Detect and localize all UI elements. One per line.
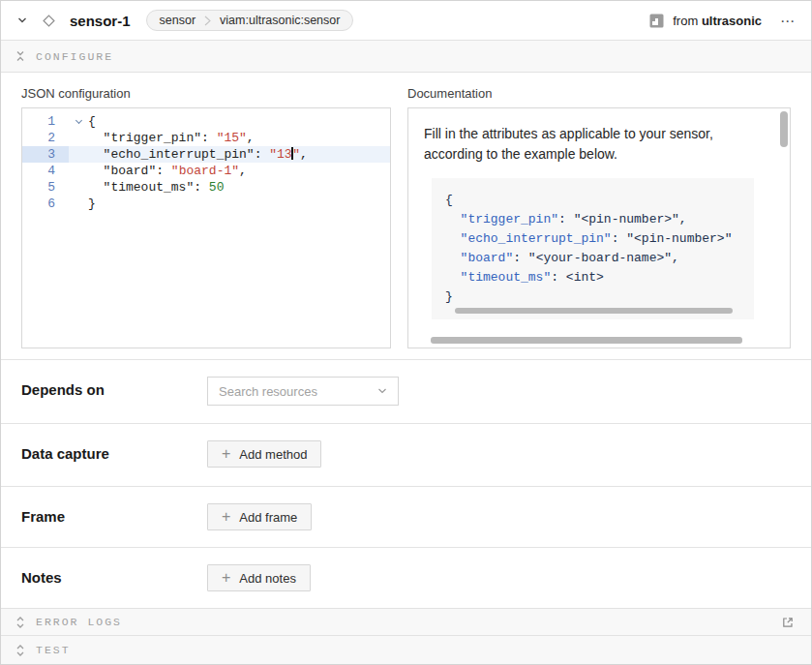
code-text: { (445, 191, 754, 210)
frame-row: Frame + Add frame (1, 486, 811, 547)
line-number: 2 (22, 130, 69, 146)
depends-on-select[interactable]: Search resources (207, 377, 399, 406)
add-method-button-label: Add method (239, 447, 307, 462)
documentation-label: Documentation (407, 86, 791, 101)
documentation-panel: Fill in the attributes as applicable to … (407, 107, 791, 348)
badge-type-label: sensor (160, 14, 196, 27)
from-module-label: from ultrasonic (673, 14, 762, 28)
doc-code-line: { (445, 191, 754, 210)
documentation-code-block: { "trigger_pin": "<pin-number>", "echo_i… (432, 178, 754, 319)
doc-code-line: "board": "<your-board-name>", (445, 249, 754, 268)
chevron-down-icon (377, 387, 387, 395)
json-editor[interactable]: 1{2 "trigger_pin": "15",3 "echo_interrup… (21, 107, 391, 348)
fold-gutter[interactable] (69, 113, 88, 130)
header-right: from ultrasonic ⋯ (649, 12, 797, 30)
chevron-down-icon (16, 15, 28, 26)
component-name: sensor-1 (70, 13, 131, 29)
test-section-bar[interactable]: TEST (1, 635, 811, 664)
code-text: "board": "<your-board-name>", (445, 249, 754, 268)
notes-row: Notes + Add notes (1, 547, 811, 608)
more-menu-button[interactable]: ⋯ (778, 12, 797, 30)
code-line[interactable]: 1{ (22, 113, 390, 130)
badge-model-label: viam:ultrasonic:sensor (220, 14, 340, 27)
error-logs-section-bar[interactable]: ERROR LOGS (1, 608, 811, 635)
plus-icon: + (222, 446, 230, 462)
line-number: 3 (22, 146, 69, 163)
json-config-column: JSON configuration 1{2 "trigger_pin": "1… (21, 86, 391, 359)
data-capture-row: Data capture + Add method (1, 423, 811, 486)
depends-on-label: Depends on (21, 377, 207, 398)
line-number: 6 (22, 196, 69, 212)
add-frame-button-label: Add frame (239, 510, 297, 525)
code-text: "timeout_ms": 50 (88, 179, 390, 196)
chevron-right-icon (204, 15, 211, 26)
line-number: 5 (22, 179, 69, 196)
doc-code-line: "timeout_ms": <int> (445, 268, 754, 287)
documentation-horizontal-scrollbar[interactable] (431, 337, 742, 344)
component-type-badge: sensor viam:ultrasonic:sensor (146, 10, 354, 31)
configure-label: CONFIGURE (36, 50, 113, 63)
code-text: "echo_interrupt_pin": "<pin-number>" (445, 229, 754, 249)
configure-body: JSON configuration 1{2 "trigger_pin": "1… (1, 73, 811, 359)
json-config-label: JSON configuration (21, 86, 391, 101)
code-block-horizontal-scrollbar[interactable] (455, 308, 733, 314)
sensor-diamond-icon (40, 12, 58, 30)
external-link-icon (781, 616, 795, 629)
add-frame-button[interactable]: + Add frame (207, 503, 312, 530)
code-line[interactable]: 6} (22, 196, 390, 212)
plus-icon: + (222, 570, 230, 586)
data-capture-label: Data capture (21, 440, 207, 462)
expand-section-icon (15, 616, 25, 629)
depends-on-row: Depends on Search resources (1, 359, 811, 423)
add-notes-button[interactable]: + Add notes (207, 564, 311, 591)
configure-section-bar[interactable]: CONFIGURE (1, 41, 811, 73)
documentation-intro: Fill in the attributes as applicable to … (424, 124, 758, 165)
fold-gutter (69, 163, 88, 179)
line-number: 1 (22, 113, 69, 130)
code-text: "timeout_ms": <int> (445, 268, 754, 287)
frame-label: Frame (21, 503, 207, 525)
code-text: "echo_interrupt_pin": "13", (88, 146, 390, 163)
code-line[interactable]: 3 "echo_interrupt_pin": "13", (22, 146, 390, 163)
documentation-vertical-scrollbar[interactable] (780, 111, 788, 147)
component-header: sensor-1 sensor viam:ultrasonic:sensor f… (1, 1, 811, 41)
code-line[interactable]: 4 "board": "board-1", (22, 163, 390, 179)
code-text: } (88, 196, 390, 212)
code-line[interactable]: 5 "timeout_ms": 50 (22, 179, 390, 196)
fold-gutter (69, 196, 88, 212)
module-icon (649, 14, 664, 28)
collapse-chevron-icon[interactable] (15, 13, 30, 28)
collapse-section-icon (15, 49, 25, 63)
fold-chevron-icon (75, 117, 81, 124)
code-text: "trigger_pin": "15", (88, 130, 390, 146)
test-label: TEST (36, 644, 71, 656)
open-logs-button[interactable] (779, 614, 797, 631)
doc-code-line: "echo_interrupt_pin": "<pin-number>" (445, 229, 754, 249)
code-text: { (88, 113, 390, 130)
component-card: sensor-1 sensor viam:ultrasonic:sensor f… (0, 0, 812, 665)
depends-on-placeholder: Search resources (219, 384, 317, 399)
documentation-column: Documentation Fill in the attributes as … (407, 86, 791, 359)
code-line[interactable]: 2 "trigger_pin": "15", (22, 130, 390, 146)
fold-gutter (69, 130, 88, 146)
notes-label: Notes (21, 564, 207, 586)
doc-code-line: "trigger_pin": "<pin-number>", (445, 210, 754, 229)
code-text: } (445, 287, 754, 307)
error-logs-label: ERROR LOGS (36, 616, 122, 628)
add-method-button[interactable]: + Add method (207, 440, 321, 468)
add-notes-button-label: Add notes (239, 571, 296, 586)
doc-code-line: } (445, 287, 754, 307)
code-text: "trigger_pin": "<pin-number>", (445, 210, 754, 229)
fold-gutter (69, 146, 88, 163)
plus-icon: + (222, 509, 230, 525)
code-text: "board": "board-1", (88, 163, 390, 179)
fold-gutter (69, 179, 88, 196)
expand-section-icon (15, 644, 25, 657)
line-number: 4 (22, 163, 69, 179)
